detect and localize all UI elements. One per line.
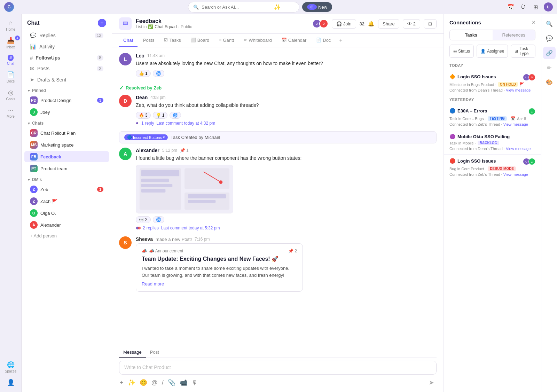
nav-docs[interactable]: 📄 Docs — [0, 69, 21, 85]
timer-icon[interactable]: ⏱ — [519, 2, 528, 11]
fr-edit-icon[interactable]: ✏ — [543, 61, 556, 74]
sidebar-item-followups[interactable]: # FollowUps 8 — [24, 53, 109, 63]
nav-spaces[interactable]: 🌐 Spaces — [0, 359, 21, 375]
conn-tab-references[interactable]: References — [493, 30, 535, 40]
conn-sub-text-2: Task in Core – Bugs — [449, 117, 484, 121]
sidebar-item-product-design[interactable]: PD Product Design 3 — [24, 95, 109, 106]
sidebar-dm-olga[interactable]: O Olga O. — [24, 207, 109, 219]
nav-more[interactable]: ··· More — [0, 104, 21, 120]
tab-whiteboard[interactable]: ✏Whiteboard — [240, 34, 276, 47]
ai-icon[interactable]: ✨ — [274, 4, 281, 10]
dean-avatar: D — [119, 95, 132, 107]
pinned-section-header[interactable]: ▼ Pinned — [22, 85, 112, 94]
tab-chat[interactable]: Chat — [119, 34, 138, 47]
view-message-link-2[interactable]: View message — [503, 122, 528, 126]
reaction-swirl3[interactable]: 🌀 — [153, 216, 164, 223]
joey-label: Joey — [40, 110, 103, 115]
nav-chat[interactable]: # Chat — [0, 53, 21, 68]
view-message-link-3[interactable]: View message — [506, 147, 531, 151]
reaction-fire[interactable]: 🔥3 — [136, 112, 151, 119]
user-avatar[interactable]: U — [544, 2, 553, 11]
join-button[interactable]: 🎧 Join — [332, 19, 356, 29]
conn-icon-4: 🔴 — [449, 158, 455, 164]
mention-tool-icon[interactable]: @ — [151, 378, 158, 387]
add-tool-icon[interactable]: + — [119, 378, 124, 387]
sidebar-item-feedback[interactable]: FB Feedback — [24, 151, 109, 162]
sidebar-item-posts[interactable]: ✉ Posts 2 — [24, 63, 109, 74]
conn-title-row-2: 🔵 E30A – Errors — [449, 108, 487, 113]
chats-section-header[interactable]: ▼ Chats — [22, 118, 112, 127]
dean-reply-info[interactable]: 1 reply Last comment today at 4:32 pm — [136, 121, 437, 126]
filter-task-type[interactable]: ⊞ Task Type — [511, 45, 535, 58]
conn-sub-text-4: Bug in Core Product — [449, 167, 484, 171]
fr-palette-icon[interactable]: 🎨 — [543, 76, 556, 88]
message-input-box[interactable]: Write to Chat Product — [119, 361, 437, 375]
fr-search-icon[interactable]: 🔍 — [543, 17, 556, 30]
reaction-swirl[interactable]: 🌀 — [153, 70, 164, 77]
add-person-button[interactable]: + Add person — [24, 232, 109, 240]
sidebar-item-drafts[interactable]: ➤ Drafts & Sent — [24, 75, 109, 85]
search-input[interactable] — [202, 5, 271, 10]
tab-tasks[interactable]: ☑Tasks — [160, 34, 185, 47]
tab-posts[interactable]: Posts — [139, 34, 159, 47]
search-bar[interactable]: 🔍 ✨ — [188, 2, 299, 13]
sidebar-toggle-button[interactable]: ⊞ — [424, 19, 437, 29]
nav-goals[interactable]: ◎ Goals — [0, 87, 21, 103]
slash-tool-icon[interactable]: / — [161, 378, 164, 387]
connections-close-button[interactable]: × — [532, 19, 535, 26]
tab-doc[interactable]: 📄Doc — [312, 34, 335, 47]
view-message-link-1[interactable]: View message — [506, 88, 531, 92]
bell-icon[interactable]: 🔔 — [368, 21, 375, 27]
reaction-bulb[interactable]: 💡1 — [153, 112, 168, 119]
conn-date-2: Apr 8 — [517, 117, 526, 121]
sidebar-item-activity[interactable]: 📊 Activity — [24, 41, 109, 52]
calendar-icon[interactable]: 📅 — [506, 2, 515, 11]
reaction-thumbs-up[interactable]: 👍1 — [136, 70, 151, 77]
attach-tool-icon[interactable]: 📎 — [167, 378, 176, 387]
mic-tool-icon[interactable]: 🎙 — [191, 378, 198, 387]
reaction-eyes[interactable]: 👀2 — [136, 216, 151, 223]
input-tab-message[interactable]: Message — [119, 347, 146, 358]
viewers-button[interactable]: 👁 2 — [403, 19, 420, 29]
emoji-tool-icon[interactable]: 😊 — [139, 378, 148, 387]
conn-tab-tasks[interactable]: Tasks — [450, 30, 493, 40]
fr-connections-icon[interactable]: 🔗 — [543, 47, 556, 59]
app-logo[interactable]: C — [4, 2, 14, 12]
new-button[interactable]: ⊕ New — [302, 2, 332, 12]
reaction-swirl2[interactable]: 🌀 — [170, 112, 181, 119]
filter-status[interactable]: ◎ Status — [449, 45, 474, 58]
sidebar-item-marketing[interactable]: MS Marketing space — [24, 139, 109, 150]
add-tab-button[interactable]: + — [337, 34, 345, 47]
sidebar-add-button[interactable]: + — [98, 19, 106, 27]
video-tool-icon[interactable]: 📹 — [179, 378, 188, 387]
task-tag[interactable]: 🔵 Incorrect Buttons ▾ — [124, 134, 168, 140]
sidebar-item-replies[interactable]: 💬 Replies 12 — [24, 30, 109, 41]
send-button[interactable]: ➤ — [426, 377, 437, 388]
alexander-screenshot — [136, 165, 233, 213]
sidebar-dm-alexander[interactable]: A Alexander — [24, 219, 109, 230]
grid-icon[interactable]: ⊞ — [531, 2, 540, 11]
tab-gantt[interactable]: ≡Gantt — [215, 34, 238, 47]
nav-home[interactable]: ⌂ Home — [0, 17, 21, 33]
filter-assignee[interactable]: 👤 Assignee — [477, 45, 508, 58]
alexander-reply-info[interactable]: 2 replies Last comment today at 5:32 pm — [136, 225, 437, 231]
nav-profile[interactable]: 👤 — [0, 377, 21, 389]
product-team-label: Product team — [40, 166, 103, 171]
share-button[interactable]: Share — [378, 19, 399, 29]
sparkle-tool-icon[interactable]: ✨ — [127, 378, 136, 387]
tab-board[interactable]: ⬜Board — [187, 34, 214, 47]
sidebar-item-product-team[interactable]: PT Product team — [24, 163, 109, 174]
sidebar-item-chat-rollout[interactable]: CR Chat Rollout Plan — [24, 127, 109, 139]
dms-section-header[interactable]: ▼ DM's — [22, 174, 112, 183]
sidebar-title: Chat — [27, 20, 40, 26]
sidebar-dm-zach[interactable]: Z Zach 🚩 — [24, 196, 109, 207]
nav-inbox[interactable]: 📥 Inbox 4 — [0, 35, 21, 51]
input-tab-post[interactable]: Post — [146, 347, 163, 358]
tab-calendar[interactable]: 📅Calendar — [277, 34, 311, 47]
sidebar-item-joey[interactable]: J Joey — [24, 107, 109, 118]
fr-chat-icon[interactable]: 💬 — [543, 32, 556, 45]
read-more-link[interactable]: Read more — [142, 281, 297, 287]
dean-reply-count: 1 — [141, 121, 144, 126]
view-message-link-4[interactable]: View message — [503, 172, 528, 177]
sidebar-dm-zeb[interactable]: Z Zeb 1 — [24, 184, 109, 195]
